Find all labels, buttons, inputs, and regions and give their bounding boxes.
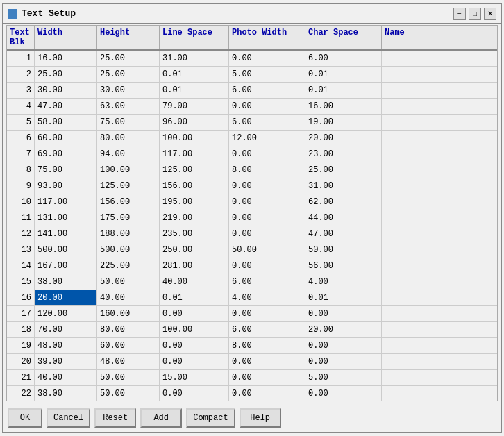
table-cell[interactable]	[382, 274, 497, 290]
table-cell[interactable]	[382, 99, 497, 114]
table-cell[interactable]: 14	[7, 258, 35, 274]
table-row[interactable]: 330.0030.000.016.000.01	[7, 83, 497, 99]
table-cell[interactable]: 131.00	[35, 210, 97, 226]
table-cell[interactable]	[382, 162, 497, 178]
table-cell[interactable]: 50.00	[97, 370, 160, 385]
table-cell[interactable]	[382, 306, 497, 321]
table-cell[interactable]: 6	[7, 131, 35, 146]
table-cell[interactable]	[382, 258, 497, 274]
table-cell[interactable]: 75.00	[97, 115, 160, 130]
table-cell[interactable]: 0.00	[229, 210, 305, 226]
table-row[interactable]: 1870.0080.00100.006.0020.00	[7, 322, 497, 338]
table-cell[interactable]: 141.00	[35, 226, 97, 242]
table-cell[interactable]: 6.00	[229, 83, 305, 98]
table-cell[interactable]: 23.00	[305, 146, 382, 162]
table-cell[interactable]: 69.00	[35, 146, 97, 162]
table-cell[interactable]: 175.00	[97, 210, 160, 226]
table-cell[interactable]: 156.00	[160, 178, 229, 194]
minimize-button[interactable]: −	[453, 8, 466, 20]
table-cell[interactable]: 0.00	[229, 178, 305, 194]
table-cell[interactable]	[382, 67, 497, 82]
table-cell[interactable]: 80.00	[97, 131, 160, 146]
table-cell[interactable]: 70.00	[35, 322, 97, 337]
table-cell[interactable]: 50.00	[97, 386, 160, 401]
table-cell[interactable]: 50.00	[229, 242, 305, 258]
table-cell[interactable]: 63.00	[97, 99, 160, 114]
table-cell[interactable]: 100.00	[160, 131, 229, 146]
table-cell[interactable]: 0.01	[160, 290, 229, 305]
table-cell[interactable]: 39.00	[35, 354, 97, 369]
table-cell[interactable]: 160.00	[97, 306, 160, 321]
table-cell[interactable]: 62.00	[305, 194, 382, 210]
table-cell[interactable]: 16	[7, 290, 35, 305]
table-cell[interactable]: 156.00	[97, 194, 160, 210]
table-cell[interactable]: 8.00	[229, 162, 305, 178]
table-row[interactable]: 1538.0050.0040.006.004.00	[7, 274, 497, 290]
table-cell[interactable]: 15	[7, 274, 35, 290]
table-cell[interactable]: 19	[7, 338, 35, 353]
table-cell[interactable]: 117.00	[35, 194, 97, 210]
table-cell[interactable]: 56.00	[305, 258, 382, 274]
table-cell[interactable]: 235.00	[160, 226, 229, 242]
table-cell[interactable]: 195.00	[160, 194, 229, 210]
table-cell[interactable]: 120.00	[35, 306, 97, 321]
table-cell[interactable]: 0.00	[305, 338, 382, 353]
table-cell[interactable]: 20.00	[35, 290, 97, 305]
table-cell[interactable]	[382, 338, 497, 353]
table-cell[interactable]: 79.00	[160, 99, 229, 114]
table-cell[interactable]: 31.00	[305, 178, 382, 194]
table-cell[interactable]: 25.00	[97, 67, 160, 82]
table-cell[interactable]: 50.00	[97, 274, 160, 290]
table-cell[interactable]: 11	[7, 210, 35, 226]
table-cell[interactable]: 12	[7, 226, 35, 242]
compact-button[interactable]: Compact	[186, 408, 235, 428]
table-cell[interactable]: 0.00	[160, 354, 229, 369]
maximize-button[interactable]: □	[469, 8, 481, 20]
table-cell[interactable]: 0.01	[305, 290, 382, 305]
table-cell[interactable]: 0.00	[229, 226, 305, 242]
table-cell[interactable]: 500.00	[97, 242, 160, 258]
table-cell[interactable]: 9	[7, 178, 35, 194]
table-cell[interactable]: 250.00	[160, 242, 229, 258]
table-cell[interactable]: 50.00	[305, 242, 382, 258]
table-cell[interactable]: 219.00	[160, 210, 229, 226]
table-cell[interactable]: 12.00	[229, 131, 305, 146]
table-row[interactable]: 17120.00160.000.000.000.00	[7, 306, 497, 322]
table-cell[interactable]: 0.00	[160, 386, 229, 401]
table-cell[interactable]: 5.00	[305, 370, 382, 385]
table-row[interactable]: 1620.0040.000.014.000.01	[7, 290, 497, 306]
table-body[interactable]: 116.0025.0031.000.006.00225.0025.000.015…	[7, 51, 497, 401]
table-cell[interactable]	[382, 115, 497, 130]
table-cell[interactable]: 20.00	[305, 322, 382, 337]
table-cell[interactable]: 0.00	[229, 370, 305, 385]
table-cell[interactable]	[382, 131, 497, 146]
table-cell[interactable]: 31.00	[160, 51, 229, 66]
table-cell[interactable]: 125.00	[160, 162, 229, 178]
table-cell[interactable]: 4.00	[229, 290, 305, 305]
table-cell[interactable]: 0.01	[305, 83, 382, 98]
table-cell[interactable]: 3	[7, 83, 35, 98]
table-cell[interactable]: 225.00	[97, 258, 160, 274]
table-row[interactable]: 2238.0050.000.000.000.00	[7, 386, 497, 401]
table-cell[interactable]: 8	[7, 162, 35, 178]
table-row[interactable]: 769.0094.00117.000.0023.00	[7, 146, 497, 162]
table-cell[interactable]: 19.00	[305, 115, 382, 130]
table-cell[interactable]: 0.00	[229, 354, 305, 369]
table-cell[interactable]: 10	[7, 194, 35, 210]
table-cell[interactable]: 0.00	[229, 194, 305, 210]
table-cell[interactable]: 96.00	[160, 115, 229, 130]
table-cell[interactable]	[382, 370, 497, 385]
table-cell[interactable]: 18	[7, 322, 35, 337]
table-cell[interactable]: 6.00	[305, 51, 382, 66]
table-cell[interactable]: 25.00	[305, 162, 382, 178]
help-button[interactable]: Help	[240, 408, 281, 428]
table-cell[interactable]: 58.00	[35, 115, 97, 130]
table-row[interactable]: 116.0025.0031.000.006.00	[7, 51, 497, 67]
table-cell[interactable]: 0.00	[229, 146, 305, 162]
table-cell[interactable]: 25.00	[97, 51, 160, 66]
table-row[interactable]: 1948.0060.000.008.000.00	[7, 338, 497, 354]
table-cell[interactable]: 4	[7, 99, 35, 114]
table-cell[interactable]: 21	[7, 370, 35, 385]
table-cell[interactable]: 0.00	[160, 338, 229, 353]
table-cell[interactable]: 0.00	[229, 386, 305, 401]
